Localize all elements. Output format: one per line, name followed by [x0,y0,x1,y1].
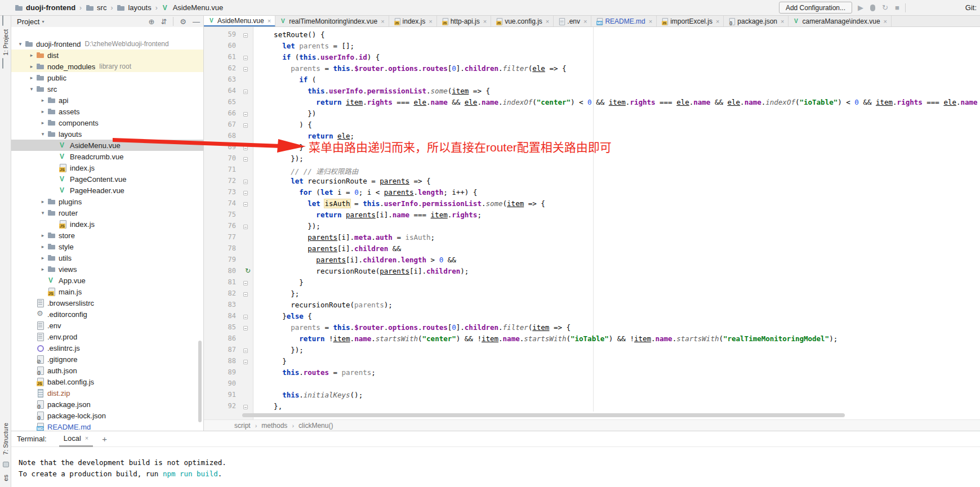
add-configuration-button[interactable]: Add Configuration... [779,2,852,14]
code-line[interactable]: return item.rights === ele.name && ele.n… [257,98,980,109]
chevron-down-icon[interactable]: ▾ [42,19,44,24]
tree-item-Breadcrumb.vue[interactable]: Breadcrumb.vue [11,151,203,162]
tree-item-.gitignore[interactable]: ⊘.gitignore [11,354,203,365]
project-folder-icon[interactable] [2,58,3,69]
tree-item-auth.json[interactable]: {}auth.json [11,365,203,376]
tree-item-assets[interactable]: ▸assets [11,106,203,117]
code-line[interactable]: } [257,357,980,368]
code-line[interactable]: }, [257,402,980,413]
tree-item-.env[interactable]: .env [11,320,203,331]
code-line[interactable]: parents[i].meta.auth = isAuth; [257,233,980,244]
close-icon[interactable]: × [268,17,271,24]
close-icon[interactable]: × [429,18,432,25]
stripe-label-7: Structure[interactable]: 7: Structure [2,423,9,455]
breadcrumb-item-layouts[interactable]: layouts [117,3,151,12]
tree-item-components[interactable]: ▸components [11,117,203,128]
chevron-down-icon[interactable]: ▾ [16,41,25,47]
code-line[interactable]: for (let i = 0; i < parents.length; i++)… [257,188,980,199]
code-line[interactable]: recursionRoute(parents); [257,301,980,312]
chevron-right-icon[interactable]: ▸ [38,97,47,103]
tab-AsideMenu.vue[interactable]: AsideMenu.vue× [204,16,275,27]
editor-breadcrumb-clickMenu()[interactable]: clickMenu() [299,422,333,430]
code-line[interactable]: }); [257,222,980,233]
new-terminal-button[interactable]: + [102,434,107,444]
tree-item-package-lock.json[interactable]: {}package-lock.json [11,410,203,421]
git-label[interactable]: Git: [965,3,977,12]
tree-item-dist[interactable]: ▸dist [11,50,203,61]
code-line[interactable]: ) { [257,120,980,132]
close-icon[interactable]: × [546,18,549,25]
code-line[interactable]: // // 递归权限路由 [257,166,980,177]
close-icon[interactable]: × [85,435,88,441]
tab-package.json[interactable]: {}package.json× [724,16,789,27]
close-icon[interactable]: × [716,18,719,25]
tree-item-node_modules[interactable]: ▸node_moduleslibrary root [11,61,203,72]
code-line[interactable]: if ( [257,75,980,87]
code-line[interactable]: if (this.userInfo.id) { [257,53,980,64]
chevron-right-icon[interactable]: ▸ [38,255,47,261]
terminal-output[interactable]: Note that the development build is not o… [11,447,980,480]
fold-marker-icon[interactable] [243,225,248,229]
close-icon[interactable]: × [781,18,784,25]
tree-item-router[interactable]: ▾router [11,207,203,218]
close-icon[interactable]: × [583,18,587,25]
coverage-icon[interactable]: ↻ [882,4,888,11]
tree-item-AsideMenu.vue[interactable]: AsideMenu.vue [11,140,203,151]
code-line[interactable]: let parents = []; [257,42,980,53]
tree-item-index.js[interactable]: JSindex.js [11,162,203,173]
fold-marker-icon[interactable] [243,112,248,117]
tab-.env[interactable]: .env× [554,16,591,27]
fold-marker-icon[interactable] [243,326,248,330]
chevron-down-icon[interactable]: ▾ [38,131,47,137]
close-icon[interactable]: × [649,18,652,25]
tab-realTimeMonitoring\index.vue[interactable]: realTimeMonitoring\index.vue× [275,16,389,27]
fold-marker-icon[interactable] [243,157,248,162]
chevron-down-icon[interactable]: ▾ [38,210,47,216]
structure-icon[interactable] [3,462,9,467]
chevron-right-icon[interactable]: ▸ [38,199,47,204]
tab-cameraManage\index.vue[interactable]: cameraManage\index.vue× [789,16,892,27]
stripe-label-es[interactable]: es [2,475,9,481]
fold-marker-icon[interactable] [243,281,248,285]
breadcrumb-item-src[interactable]: src [86,3,106,12]
fold-marker-icon[interactable] [243,405,248,409]
code-line[interactable]: return ele; [257,132,980,143]
chevron-down-icon[interactable]: ▾ [27,86,36,92]
debug-icon[interactable] [870,5,875,11]
code-line[interactable] [257,379,980,391]
tree-item-README.md[interactable]: MDREADME.md [11,421,203,431]
code-editor[interactable]: 5960616263646566676869707172737475767778… [204,27,980,419]
code-line[interactable]: setRoute() { [257,30,980,42]
code-line[interactable]: } [257,143,980,154]
code-line[interactable]: parents = this.$router.options.routes[0]… [257,64,980,75]
hide-icon[interactable]: — [193,18,200,25]
run-icon[interactable]: ▶ [858,4,863,11]
fold-marker-icon[interactable] [243,146,248,150]
fold-marker-icon[interactable] [243,90,248,94]
fold-marker-icon[interactable] [243,349,248,353]
chevron-right-icon[interactable]: ▸ [38,109,47,114]
tree-item-style[interactable]: ▸style [11,241,203,252]
tree-item-utils[interactable]: ▸utils [11,252,203,263]
tree-item-.editorconfig[interactable]: .editorconfig [11,309,203,320]
tree-item-App.vue[interactable]: App.vue [11,275,203,286]
stripe-label-1: Project[interactable]: 1: Project [2,29,9,55]
fold-marker-icon[interactable] [243,123,248,128]
stop-icon[interactable]: ■ [895,4,899,11]
fold-marker-icon[interactable] [243,202,248,207]
code-line[interactable]: parents[i].children && [257,244,980,256]
chevron-right-icon[interactable]: ▸ [27,64,36,69]
close-icon[interactable]: × [483,18,487,25]
close-icon[interactable]: × [381,18,384,25]
code-line[interactable]: }); [257,154,980,166]
code-line[interactable]: return parents[i].name === item.rights; [257,211,980,222]
locate-icon[interactable]: ⊕ [149,18,155,25]
tab-README.md[interactable]: MDREADME.md× [591,16,657,27]
code-line[interactable]: let isAuth = this.userInfo.permissionLis… [257,199,980,211]
breadcrumb-item-AsideMenu.vue[interactable]: AsideMenu.vue [162,3,224,12]
code-line[interactable]: recursionRoute(parents[i].children); [257,267,980,278]
code-line[interactable]: return !item.name.startsWith("center") &… [257,334,980,346]
tree-item-public[interactable]: ▸public [11,72,203,83]
tree-item-plugins[interactable]: ▸plugins [11,196,203,207]
tab-http-api.js[interactable]: JShttp-api.js× [437,16,491,27]
